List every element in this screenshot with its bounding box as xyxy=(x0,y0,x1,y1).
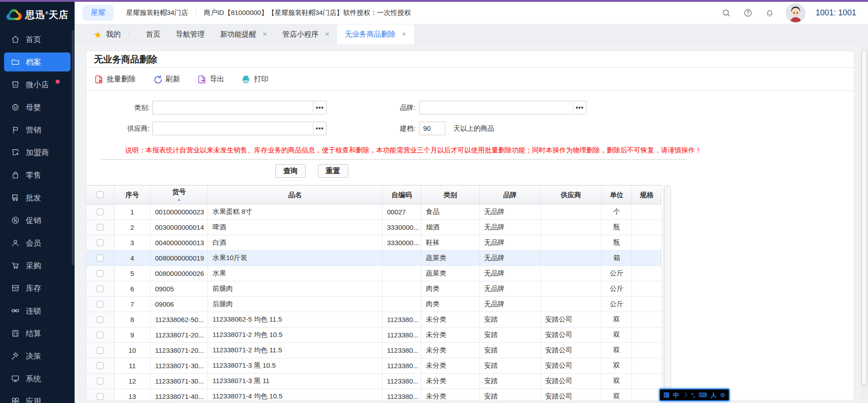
created-days-input[interactable]: 90 xyxy=(419,122,445,135)
sidebar-item-档案[interactable]: 档案 xyxy=(4,52,71,71)
row-checkbox[interactable] xyxy=(97,332,104,338)
table-row[interactable]: 50080000000026水果蔬菜类无品牌公斤 xyxy=(86,266,662,281)
column-header-自编码[interactable]: 自编码 xyxy=(382,185,421,204)
favorites-tab[interactable]: ★ 我的 xyxy=(94,30,121,39)
cell-序号: 2 xyxy=(114,220,151,235)
ime-tools-icon[interactable]: ⚙ xyxy=(720,392,725,398)
sidebar-item-首页[interactable]: 首页 xyxy=(0,28,75,51)
sidebar-item-应用[interactable]: 应用 xyxy=(0,390,75,403)
sidebar-item-微小店[interactable]: 微小店 xyxy=(0,73,75,96)
column-header-品牌[interactable]: 品牌 xyxy=(480,185,541,204)
select-all-checkbox[interactable] xyxy=(97,191,104,198)
ime-user-icon[interactable]: 人 xyxy=(711,392,717,398)
table-scrollbar[interactable] xyxy=(664,185,671,399)
table-row[interactable]: 9112338071-20...112338071-2 均色 10.511233… xyxy=(86,327,662,343)
help-icon[interactable] xyxy=(743,8,753,18)
sidebar-item-结算[interactable]: 结算 xyxy=(0,322,75,345)
halfwidth-moon-icon[interactable]: ☽ xyxy=(682,392,688,398)
row-checkbox[interactable] xyxy=(97,362,104,369)
user-id[interactable]: 1001: 1001 xyxy=(816,8,856,18)
sidebar-item-促销[interactable]: 促销 xyxy=(0,209,75,232)
row-checkbox[interactable] xyxy=(97,285,104,292)
bell-icon[interactable] xyxy=(765,8,774,18)
sidebar-item-零售[interactable]: 零售 xyxy=(0,164,75,186)
sidebar-item-营销[interactable]: 营销 xyxy=(0,119,75,141)
page-scrollbar-thumb[interactable] xyxy=(861,50,867,385)
row-checkbox[interactable] xyxy=(97,316,104,323)
sidebar-item-决策[interactable]: 决策 xyxy=(0,345,75,367)
category-lookup-button[interactable] xyxy=(313,102,326,114)
toolbar-批量删除-button[interactable]: 批量删除 xyxy=(94,75,136,84)
punctuation-icon[interactable]: °, xyxy=(691,392,695,398)
tab-无业务商品删除[interactable]: 无业务商品删除× xyxy=(337,24,414,44)
row-checkbox[interactable] xyxy=(97,239,104,246)
reset-button[interactable]: 重置 xyxy=(318,164,348,178)
row-checkbox[interactable] xyxy=(97,209,104,215)
supplier-lookup-button[interactable] xyxy=(313,123,326,134)
workspace-badge[interactable]: 星耀 xyxy=(82,5,114,21)
table-row[interactable]: 11112338071-30...112338071-3 黑 10.511233… xyxy=(86,358,662,374)
page-scrollbar[interactable] xyxy=(860,44,868,403)
column-header-供应商[interactable]: 供应商 xyxy=(541,185,602,204)
supplier-input[interactable] xyxy=(152,122,326,135)
cell-单位: 瓶 xyxy=(602,235,632,251)
table-row[interactable]: 30040000000013白酒3330000...鞋袜无品牌瓶 xyxy=(86,235,662,251)
row-checkbox[interactable] xyxy=(97,393,104,400)
row-checkbox[interactable] xyxy=(97,301,104,308)
cell-类别: 鞋袜 xyxy=(421,235,480,251)
avatar[interactable] xyxy=(786,3,806,23)
sidebar-item-label: 采购 xyxy=(26,261,41,271)
close-icon[interactable]: × xyxy=(402,30,406,39)
ime-logo-icon[interactable]: 国 xyxy=(664,392,670,398)
toolbar-打印-button[interactable]: 打印 xyxy=(241,75,269,84)
cell-单位: 公斤 xyxy=(602,297,632,312)
row-checkbox[interactable] xyxy=(97,255,104,261)
table-scrollbar-thumb[interactable] xyxy=(664,185,671,399)
column-header-序号[interactable]: 序号 xyxy=(114,185,151,204)
table-row[interactable]: 709006后腿肉肉类无品牌公斤 xyxy=(86,297,662,312)
toolbar-导出-button[interactable]: 导出 xyxy=(197,75,224,84)
table-row[interactable]: 10112338071-20...112338071-2 均色 11.51123… xyxy=(86,343,662,358)
close-icon[interactable]: × xyxy=(325,30,330,39)
tab-管店小程序[interactable]: 管店小程序× xyxy=(275,24,337,44)
table-row[interactable]: 10010000000023水果蛋糕 8寸00027食品无品牌个 xyxy=(86,204,662,220)
brand-lookup-button[interactable] xyxy=(573,102,585,114)
sidebar-item-系统[interactable]: 系统 xyxy=(0,367,75,390)
sidebar-item-库存[interactable]: 库存 xyxy=(0,277,75,299)
tab-首页[interactable]: 首页 xyxy=(138,24,168,44)
column-header-品名[interactable]: 品名 xyxy=(208,185,382,204)
sidebar-item-连锁[interactable]: 连锁 xyxy=(0,299,75,322)
sidebar-scrollbar[interactable] xyxy=(72,30,74,265)
row-checkbox[interactable] xyxy=(97,347,104,354)
soft-keyboard-icon[interactable]: ⌨ xyxy=(698,392,707,398)
close-icon[interactable]: × xyxy=(263,30,267,39)
cell-品名: 112338071-4 均色 10.5 xyxy=(208,389,382,400)
cell-品牌: 安踏 xyxy=(480,312,541,327)
brand-input[interactable] xyxy=(419,101,586,114)
table-row[interactable]: 8112338062-50...112338062-5 均色 11.511233… xyxy=(86,312,662,327)
chinese-mode-icon[interactable]: 中 xyxy=(673,392,679,398)
column-header-单位[interactable]: 单位 xyxy=(602,185,632,204)
table-row[interactable]: 609005前腿肉肉类无品牌公斤 xyxy=(86,281,662,297)
category-input[interactable] xyxy=(152,101,326,114)
sidebar-item-母婴[interactable]: 母婴 xyxy=(0,96,75,119)
table-row[interactable]: 40080000000019水果10斤装蔬菜类无品牌箱 xyxy=(86,251,662,266)
column-header-规格[interactable]: 规格 xyxy=(632,185,662,204)
sidebar-item-会员[interactable]: 会员 xyxy=(0,232,75,254)
sidebar-item-加盟商[interactable]: 加盟商 xyxy=(0,141,75,164)
sidebar-item-采购[interactable]: 采购 xyxy=(0,254,75,277)
tab-导航管理[interactable]: 导航管理 xyxy=(168,24,212,44)
table-row[interactable]: 20030000000014啤酒3330000...烟酒无品牌瓶 xyxy=(86,220,662,235)
search-icon[interactable] xyxy=(722,8,731,18)
table-row[interactable]: 13112338071-40...112338071-4 均色 10.51123… xyxy=(86,389,662,400)
table-row[interactable]: 12112338071-30...112338071-3 黑 111123380… xyxy=(86,374,662,389)
row-checkbox[interactable] xyxy=(97,270,104,277)
column-header-货号[interactable]: 货号▲ xyxy=(151,185,208,204)
tab-新功能提醒[interactable]: 新功能提醒× xyxy=(212,24,275,44)
sidebar-item-批发[interactable]: 批发 xyxy=(0,186,75,209)
row-checkbox[interactable] xyxy=(97,224,104,231)
column-header-类别[interactable]: 类别 xyxy=(421,185,480,204)
query-button[interactable]: 查询 xyxy=(275,164,306,178)
toolbar-刷新-button[interactable]: 刷新 xyxy=(153,75,180,84)
row-checkbox[interactable] xyxy=(97,378,104,384)
